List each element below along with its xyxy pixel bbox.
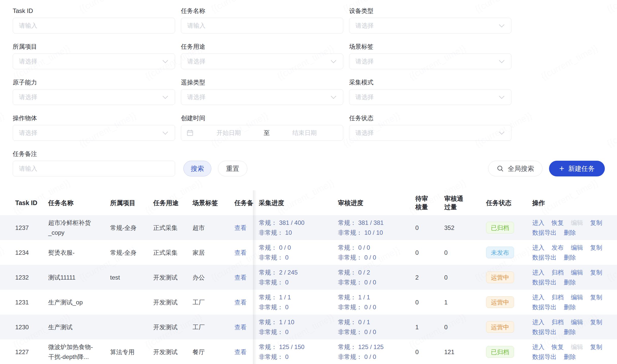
review-passed-cell-text: 0 <box>444 274 448 281</box>
project-select[interactable]: 请选择 <box>13 53 175 69</box>
progress-label: 非常规： <box>259 353 283 360</box>
pending-review-cell-text: 2 <box>415 274 419 281</box>
new-task-button[interactable]: + 新建任务 <box>549 161 605 176</box>
purpose-cell: 开发测试 <box>153 322 193 332</box>
action-link[interactable]: 删除 <box>564 352 576 362</box>
review-progress-cell-line: 常规：1 / 1 <box>338 292 415 302</box>
start-date-placeholder[interactable]: 开始日期 <box>195 129 262 137</box>
operate-object-select[interactable]: 请选择 <box>13 125 175 141</box>
action-link[interactable]: 复制 <box>590 243 602 252</box>
scene-tag-cell: 家居 <box>193 248 234 258</box>
collect-progress-cell-line: 常规：125 / 150 <box>259 342 338 352</box>
atomic-ability-select[interactable]: 请选择 <box>13 89 175 105</box>
end-date-placeholder[interactable]: 结束日期 <box>271 129 338 137</box>
action-link[interactable]: 进入 <box>532 218 544 228</box>
task-status-select[interactable]: 请选择 <box>349 125 511 141</box>
view-link[interactable]: 查看 <box>234 324 247 331</box>
action-link[interactable]: 删除 <box>564 252 576 262</box>
progress-label: 非常规： <box>338 229 362 236</box>
action-link[interactable]: 复制 <box>590 218 602 228</box>
action-link[interactable]: 复制 <box>590 267 602 277</box>
progress-label: 常规： <box>259 294 277 301</box>
task-name-cell: 测试11111 <box>48 272 110 282</box>
task-status-cell: 运营中 <box>486 296 532 308</box>
action-link[interactable]: 恢复 <box>552 342 564 352</box>
select-placeholder: 请选择 <box>187 57 205 65</box>
create-time-range-picker[interactable]: 开始日期 至 结束日期 <box>181 125 343 141</box>
global-search-button[interactable]: 全局搜索 <box>488 161 542 176</box>
search-button[interactable]: 搜索 <box>183 161 211 176</box>
progress-label: 常规： <box>259 343 277 350</box>
task-name-input[interactable] <box>181 18 343 33</box>
action-link[interactable]: 删除 <box>564 327 576 337</box>
scene-tag-select[interactable]: 请选择 <box>349 53 511 69</box>
reset-button[interactable]: 重置 <box>218 161 247 176</box>
action-link[interactable]: 进入 <box>532 267 544 277</box>
filter-label-task-id: Task ID <box>13 7 175 15</box>
action-link[interactable]: 数据导出 <box>532 252 557 262</box>
action-link[interactable]: 数据导出 <box>532 228 557 238</box>
action-link[interactable]: 发布 <box>552 243 564 252</box>
action-link[interactable]: 复制 <box>590 292 602 302</box>
filter-label-atomic-ability: 原子能力 <box>13 78 175 87</box>
action-link[interactable]: 数据导出 <box>532 302 557 312</box>
teleop-type-select[interactable]: 请选择 <box>181 89 343 105</box>
review-passed-cell: 0 <box>444 272 486 282</box>
status-badge: 已归档 <box>486 222 514 233</box>
action-link[interactable]: 恢复 <box>552 218 564 228</box>
action-link[interactable]: 复制 <box>590 317 602 327</box>
action-link[interactable]: 归档 <box>552 317 564 327</box>
scene-tag-cell-text: 餐厅 <box>193 349 205 355</box>
action-link[interactable]: 删除 <box>564 302 576 312</box>
action-link[interactable]: 进入 <box>532 243 544 252</box>
view-link[interactable]: 查看 <box>234 249 247 256</box>
device-type-select[interactable]: 请选择 <box>349 18 511 33</box>
action-link[interactable]: 编辑 <box>571 267 583 277</box>
column-header-task-id: Task ID <box>15 199 48 207</box>
view-link[interactable]: 查看 <box>234 224 247 231</box>
chevron-down-icon <box>331 94 336 99</box>
action-link[interactable]: 数据导出 <box>532 352 557 362</box>
view-link[interactable]: 查看 <box>234 299 247 306</box>
action-link[interactable]: 删除 <box>564 277 576 287</box>
purpose-select[interactable]: 请选择 <box>181 53 343 69</box>
action-link[interactable]: 进入 <box>532 342 544 352</box>
column-header-operations: 操作 <box>532 199 617 207</box>
status-badge: 未发布 <box>486 247 514 258</box>
action-link[interactable]: 数据导出 <box>532 327 557 337</box>
select-placeholder: 请选择 <box>187 93 205 101</box>
select-placeholder: 请选择 <box>355 22 374 30</box>
view-link[interactable]: 查看 <box>234 274 247 281</box>
filter-field-atomic-ability: 原子能力 请选择 <box>13 78 175 105</box>
action-link[interactable]: 归档 <box>552 267 564 277</box>
collect-mode-select[interactable]: 请选择 <box>349 89 511 105</box>
pending-review-cell: 0 <box>415 248 444 258</box>
operations-cell: 进入归档编辑复制数据导出删除 <box>532 292 617 312</box>
action-link[interactable]: 删除 <box>564 228 576 238</box>
progress-value: 0 <box>285 304 288 311</box>
action-link[interactable]: 复制 <box>590 342 602 352</box>
view-link[interactable]: 查看 <box>234 349 247 355</box>
action-link[interactable]: 编辑 <box>571 317 583 327</box>
chevron-down-icon <box>163 129 168 135</box>
review-progress-cell-line: 常规：0 / 2 <box>338 267 415 277</box>
operations-cell: 进入归档编辑复制数据导出删除 <box>532 267 617 287</box>
chevron-down-icon <box>163 58 168 63</box>
task-id-input[interactable] <box>13 18 175 33</box>
table-row: 1237超市冷鲜柜补货_copy常规-全身正式采集超市查看常规：381 / 40… <box>0 215 617 240</box>
task-name-cell-text: 超市冷鲜柜补货_copy <box>48 219 91 236</box>
progress-value: 10 / 10 <box>364 229 383 236</box>
action-link[interactable]: 归档 <box>552 292 564 302</box>
progress-value: 381 / 381 <box>358 219 384 226</box>
collect-progress-cell-line: 非常规：10 <box>259 228 338 238</box>
action-link[interactable]: 进入 <box>532 292 544 302</box>
action-link[interactable]: 数据导出 <box>532 277 557 287</box>
search-icon <box>496 165 504 172</box>
task-remark-input[interactable] <box>13 161 175 176</box>
action-link[interactable]: 进入 <box>532 317 544 327</box>
task-name-cell: 生产测试_op <box>48 297 110 307</box>
action-link[interactable]: 编辑 <box>571 243 583 252</box>
task-status-cell: 已归档 <box>486 346 532 358</box>
action-link[interactable]: 编辑 <box>571 292 583 302</box>
progress-label: 常规： <box>259 269 277 276</box>
